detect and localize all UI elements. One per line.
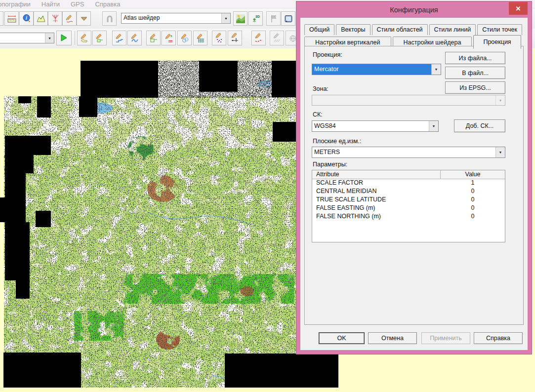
row-attribute: FALSE NORTHING (m) bbox=[312, 213, 441, 221]
draw-hatch-button bbox=[270, 31, 284, 45]
projection-combo[interactable]: Mercator bbox=[312, 64, 441, 75]
view-3d-button[interactable]: 3D bbox=[248, 11, 263, 26]
close-icon: ✕ bbox=[516, 5, 521, 12]
search-combo-value bbox=[0, 33, 45, 43]
pencil-sketch-button[interactable] bbox=[62, 11, 77, 26]
row-attribute: FALSE EASTING (m) bbox=[312, 204, 441, 213]
view-3d-icon: 3D bbox=[251, 14, 261, 24]
map-speckle bbox=[4, 61, 338, 388]
row-value: 1 bbox=[441, 179, 505, 188]
dialog-client-area: Общий Векторы Стили областей Стили линий… bbox=[300, 18, 528, 350]
table-row[interactable]: SCALE FACTOR 1 bbox=[312, 179, 505, 188]
toolbar-separator bbox=[75, 31, 75, 45]
column-value: Value bbox=[441, 170, 505, 179]
draw-axis-button[interactable] bbox=[228, 31, 242, 45]
clipped-edge-button[interactable] bbox=[0, 11, 3, 26]
menu-item-topography[interactable]: Топографии bbox=[0, 0, 31, 8]
tab-vectors[interactable]: Векторы bbox=[336, 24, 370, 35]
ruler-icon bbox=[7, 14, 17, 24]
play-icon bbox=[59, 33, 69, 43]
svg-text:3: 3 bbox=[170, 35, 172, 38]
add-sk-button[interactable]: Доб. СК... bbox=[454, 119, 505, 132]
from-epsg-button[interactable]: Из EPSG... bbox=[445, 81, 505, 94]
draw-area-button[interactable] bbox=[146, 31, 161, 45]
svg-text:i: i bbox=[26, 15, 27, 20]
row-attribute: TRUE SCALE LATITUDE bbox=[312, 196, 441, 204]
search-combo[interactable] bbox=[0, 33, 54, 43]
projection-combo-value: Mercator bbox=[312, 64, 431, 75]
sk-combo[interactable]: WGS84 bbox=[312, 120, 439, 132]
tab-point-styles[interactable]: Стили точек bbox=[477, 24, 522, 35]
draw-polyline-button[interactable] bbox=[112, 31, 126, 45]
tab-area-styles[interactable]: Стили областей bbox=[372, 24, 428, 35]
row-value: 0 bbox=[441, 196, 505, 204]
to-file-button[interactable]: В файл... bbox=[445, 67, 505, 79]
draw-area-icon bbox=[149, 33, 159, 43]
row-value: 0 bbox=[441, 213, 505, 221]
ruler-button[interactable] bbox=[4, 11, 19, 26]
projection-combo-arrow[interactable] bbox=[431, 64, 441, 75]
units-combo-arrow[interactable] bbox=[495, 147, 505, 157]
params-table[interactable]: Attribute Value SCALE FACTOR 1 CENTRAL M… bbox=[312, 170, 505, 242]
from-file-button[interactable]: Из файла... bbox=[445, 52, 505, 64]
units-combo-value: METERS bbox=[312, 147, 495, 157]
magnet-button bbox=[102, 11, 117, 26]
flag-icon bbox=[269, 14, 279, 24]
tab-general[interactable]: Общий bbox=[304, 24, 334, 35]
draw-rect-icon bbox=[95, 33, 105, 43]
menu-item-help[interactable]: Справка bbox=[95, 0, 120, 8]
close-button[interactable]: ✕ bbox=[509, 2, 528, 15]
table-row[interactable]: CENTRAL MERIDIAN 0 bbox=[312, 188, 505, 196]
dropdown-arrow-button[interactable] bbox=[77, 11, 91, 26]
draw-red-dashes-button[interactable] bbox=[251, 31, 266, 45]
gps-device-button[interactable] bbox=[281, 11, 295, 26]
draw-circles-button[interactable] bbox=[177, 31, 192, 45]
info-query-button[interactable]: i bbox=[19, 11, 34, 26]
row-attribute: SCALE FACTOR bbox=[312, 179, 441, 188]
draw-3d-save-button[interactable]: 3 bbox=[162, 31, 176, 45]
sk-combo-arrow[interactable] bbox=[429, 121, 438, 131]
draw-rect-button[interactable] bbox=[92, 31, 107, 45]
draw-grid-button[interactable] bbox=[193, 31, 207, 45]
draw-curve-button[interactable] bbox=[127, 31, 142, 45]
magnet-icon bbox=[105, 14, 115, 24]
draw-axis-icon bbox=[230, 33, 240, 43]
shader-combo-arrow[interactable] bbox=[221, 13, 230, 23]
search-combo-arrow[interactable] bbox=[45, 33, 54, 43]
zone-combo bbox=[312, 95, 505, 106]
units-combo[interactable]: METERS bbox=[312, 147, 505, 158]
tab-projection[interactable]: Проекция bbox=[473, 35, 521, 49]
params-label: Параметры: bbox=[313, 161, 347, 168]
zone-label: Зона: bbox=[313, 85, 329, 92]
flag-button bbox=[266, 11, 281, 26]
ok-button[interactable]: OK bbox=[319, 332, 365, 344]
zone-combo-arrow bbox=[495, 95, 505, 105]
fountain-button[interactable] bbox=[48, 11, 62, 26]
row-attribute: CENTRAL MERIDIAN bbox=[312, 188, 441, 196]
menu-item-find[interactable]: Найти bbox=[41, 0, 60, 8]
row-value: 0 bbox=[441, 188, 505, 196]
help-button[interactable]: Справка bbox=[474, 332, 523, 344]
table-row[interactable]: FALSE EASTING (m) 0 bbox=[312, 204, 505, 213]
tab-line-styles[interactable]: Стили линий bbox=[429, 24, 476, 35]
elevation-area-button[interactable] bbox=[34, 11, 48, 26]
terrain-shader-button[interactable] bbox=[233, 11, 247, 26]
play-button[interactable] bbox=[56, 31, 72, 45]
elevation-chart-icon bbox=[36, 14, 46, 24]
draw-hatch-icon bbox=[272, 33, 282, 43]
draw-grid-icon bbox=[196, 33, 206, 43]
draw-3d-save-icon: 3 bbox=[164, 33, 174, 43]
apply-button: Применить bbox=[421, 332, 470, 344]
terrain-shader-icon bbox=[236, 14, 246, 24]
table-row[interactable]: TRUE SCALE LATITUDE 0 bbox=[312, 196, 505, 204]
draw-points-button[interactable] bbox=[212, 31, 226, 45]
info-icon: i bbox=[22, 14, 32, 24]
units-label: Плоские ед.изм.: bbox=[313, 138, 361, 145]
shader-combo[interactable]: Atlas шейдер bbox=[121, 13, 231, 24]
cancel-button[interactable]: Отмена bbox=[368, 332, 417, 344]
draw-polygon-button[interactable] bbox=[77, 31, 91, 45]
menu-item-gps[interactable]: GPS bbox=[71, 0, 84, 8]
table-row[interactable]: FALSE NORTHING (m) 0 bbox=[312, 213, 505, 221]
pencil-icon bbox=[65, 14, 75, 24]
draw-circles-icon bbox=[180, 33, 190, 43]
